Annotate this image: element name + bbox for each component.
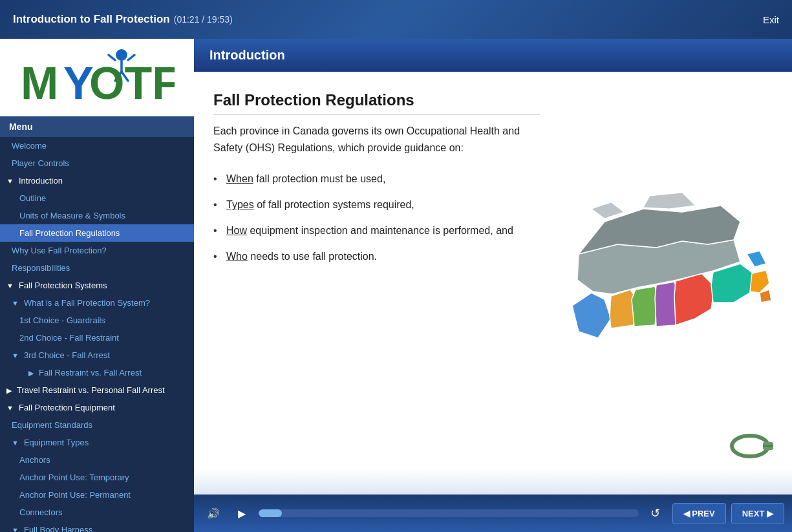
svg-point-9 [732,436,768,456]
nav-label: Anchor Point Use: Permanent [19,490,131,500]
section-title: Introduction [209,48,776,63]
nav-item-connectors[interactable]: Connectors [0,504,194,521]
bullet-3: How equipment inspection and maintenance… [213,218,540,244]
course-time: (01:21 / 19:53) [174,14,233,25]
nav-item-outline[interactable]: Outline [0,189,194,207]
nav-item-player-controls[interactable]: Player Controls [0,154,194,172]
nav-label: Introduction [19,176,63,186]
nav-arrow: ▼ [6,404,16,412]
sidebar: M Y OTF Menu WelcomePlayer Controls▼ Int… [0,39,194,532]
nav-label: Travel Restraint vs. Personal Fall Arres… [17,385,165,395]
nav-label: 3rd Choice - Fall Arrest [24,350,110,360]
nav-label: 1st Choice - Guardrails [19,315,105,325]
nav-arrow: ▼ [12,299,21,307]
progress-bar-container[interactable] [259,509,639,517]
slide-title: Fall Protection Regulations [213,91,540,115]
nav-label: Equipment Standards [12,420,92,430]
nav-arrow: ▼ [12,439,21,447]
logo-svg: M Y OTF [19,48,175,107]
volume-button[interactable]: 🔊 [202,502,225,525]
nav-label: Fall Restraint vs. Fall Arrest [39,368,142,378]
content-wrapper: Introduction Fall Protection Regulations… [194,39,792,532]
nav-label: Player Controls [12,158,69,168]
nav-item-welcome[interactable]: Welcome [0,137,194,154]
content-body: Fall Protection Regulations Each provinc… [194,72,792,495]
nav-list: WelcomePlayer Controls▼ IntroductionOutl… [0,137,194,532]
carabiner-icon [727,433,779,459]
canada-map-svg [553,183,773,390]
nav-item-anchor-permanent[interactable]: Anchor Point Use: Permanent [0,486,194,504]
nav-label: Fall Protection Equipment [19,403,115,412]
nav-item-equipment-standards[interactable]: Equipment Standards [0,416,194,434]
player-controls: 🔊 ▶ ↺ ◀ PREV NEXT ▶ [194,495,792,532]
nav-item-3rd-choice[interactable]: ▼ 3rd Choice - Fall Arrest [0,346,194,364]
nav-label: 2nd Choice - Fall Restraint [19,333,119,343]
intro-paragraph: Each province in Canada governs its own … [213,123,540,156]
nav-item-what-is-fps[interactable]: ▼ What is a Fall Protection System? [0,294,194,312]
bullet-keyword: When [226,173,253,184]
bullet-4: Who needs to use fall protection. [213,244,540,270]
nav-item-full-body-harness[interactable]: ▼ Full Body Harness [0,521,194,532]
play-button[interactable]: ▶ [230,502,253,525]
exit-button[interactable]: Exit [763,14,779,25]
nav-label: Welcome [12,141,47,151]
nav-label: Anchors [19,455,50,465]
nav-item-equipment-types[interactable]: ▼ Equipment Types [0,434,194,451]
nav-arrow: ▶ [6,387,14,394]
nav-label: Units of Measure & Symbols [19,211,125,220]
play-icon: ▶ [238,507,246,520]
bullet-keyword: Who [226,251,248,262]
nav-item-fall-protection-systems[interactable]: ▼ Fall Protection Systems [0,277,194,294]
nav-label: Connectors [19,507,62,517]
course-title: Introduction to Fall Protection [13,13,170,26]
nav-item-1st-choice[interactable]: 1st Choice - Guardrails [0,312,194,329]
nav-arrow: ▼ [6,177,16,185]
nav-label: Why Use Fall Protection? [12,246,107,255]
nav-label: Outline [19,193,46,203]
replay-icon: ↺ [650,506,660,520]
nav-label: Anchor Point Use: Temporary [19,473,129,482]
nav-item-fall-protection-equipment[interactable]: ▼ Fall Protection Equipment [0,399,194,416]
nav-item-why-use[interactable]: Why Use Fall Protection? [0,242,194,259]
nav-label: Full Body Harness [24,525,92,532]
nav-label: Responsibilities [12,263,70,273]
nav-item-responsibilities[interactable]: Responsibilities [0,259,194,277]
nav-item-introduction[interactable]: ▼ Introduction [0,172,194,189]
progress-bar-fill [259,509,282,517]
nav-item-anchors[interactable]: Anchors [0,451,194,469]
svg-text:M: M [21,58,58,107]
nav-item-travel-restraint[interactable]: ▶ Travel Restraint vs. Personal Fall Arr… [0,381,194,399]
nav-item-anchor-temporary[interactable]: Anchor Point Use: Temporary [0,469,194,486]
nav-arrow: ▼ [12,352,21,359]
bullet-1: When fall protection must be used, [213,166,540,192]
main-layout: M Y OTF Menu WelcomePlayer Controls▼ Int… [0,39,792,532]
menu-label: Menu [0,116,194,137]
content-header: Introduction [194,39,792,72]
nav-item-fall-protection-regs[interactable]: Fall Protection Regulations [0,224,194,242]
top-header: Introduction to Fall Protection (01:21 /… [0,0,792,39]
text-content: Fall Protection Regulations Each provinc… [213,91,540,482]
nav-item-2nd-choice[interactable]: 2nd Choice - Fall Restraint [0,329,194,346]
nav-arrow: ▶ [28,369,36,377]
nav-label: What is a Fall Protection System? [24,298,150,308]
next-button[interactable]: NEXT ▶ [731,503,784,524]
bullet-list: When fall protection must be used, Types… [213,166,540,270]
nav-label: Fall Protection Regulations [19,228,120,238]
nav-item-fall-restraint-vs-arrest[interactable]: ▶ Fall Restraint vs. Fall Arrest [0,364,194,381]
nav-item-units[interactable]: Units of Measure & Symbols [0,207,194,224]
nav-arrow: ▼ [12,526,21,532]
logo-area: M Y OTF [0,39,194,116]
volume-icon: 🔊 [207,507,220,520]
nav-arrow: ▼ [6,282,16,290]
nav-label: Fall Protection Systems [19,281,107,290]
bullet-keyword: How [226,225,247,236]
svg-text:OTF: OTF [89,58,175,107]
prev-button[interactable]: ◀ PREV [672,503,726,524]
nav-label: Equipment Types [24,438,89,447]
bullet-2: Types of fall protection systems require… [213,192,540,218]
map-area [553,91,773,482]
replay-button[interactable]: ↺ [644,502,667,525]
bullet-keyword: Types [226,199,254,210]
